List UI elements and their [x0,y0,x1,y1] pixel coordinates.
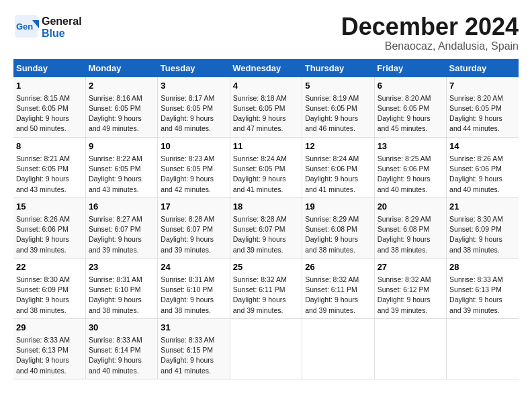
day-number: 24 [161,261,226,273]
day-cell: 26Sunrise: 8:32 AMSunset: 6:11 PMDayligh… [302,258,374,318]
week-row-4: 22Sunrise: 8:30 AMSunset: 6:09 PMDayligh… [13,258,519,318]
day-cell: 4Sunrise: 8:18 AMSunset: 6:05 PMDaylight… [230,77,302,138]
day-info: Sunrise: 8:32 AMSunset: 6:11 PMDaylight:… [233,275,299,316]
day-number: 20 [378,201,443,213]
day-cell: 12Sunrise: 8:24 AMSunset: 6:06 PMDayligh… [302,137,374,197]
calendar-table: SundayMondayTuesdayWednesdayThursdayFrid… [13,59,519,379]
day-cell: 10Sunrise: 8:23 AMSunset: 6:05 PMDayligh… [158,137,230,197]
day-number: 16 [89,201,154,213]
day-cell: 27Sunrise: 8:32 AMSunset: 6:12 PMDayligh… [374,258,446,318]
day-info: Sunrise: 8:16 AMSunset: 6:05 PMDaylight:… [89,93,154,134]
day-cell: 13Sunrise: 8:25 AMSunset: 6:06 PMDayligh… [374,137,446,197]
svg-text:Gen: Gen [16,21,33,32]
day-info: Sunrise: 8:31 AMSunset: 6:10 PMDaylight:… [161,275,226,316]
day-number: 11 [233,140,299,152]
day-cell: 15Sunrise: 8:26 AMSunset: 6:06 PMDayligh… [13,197,85,258]
calendar-title: December 2024 [341,13,519,40]
day-cell: 5Sunrise: 8:19 AMSunset: 6:05 PMDaylight… [302,77,374,138]
logo: Gen General Blue [13,13,82,42]
day-number: 18 [233,201,299,213]
day-cell: 30Sunrise: 8:33 AMSunset: 6:14 PMDayligh… [85,318,157,379]
day-info: Sunrise: 8:30 AMSunset: 6:09 PMDaylight:… [16,275,83,316]
day-number: 8 [16,140,83,152]
day-info: Sunrise: 8:27 AMSunset: 6:07 PMDaylight:… [89,214,154,255]
day-info: Sunrise: 8:32 AMSunset: 6:11 PMDaylight:… [305,275,371,316]
day-cell: 16Sunrise: 8:27 AMSunset: 6:07 PMDayligh… [85,197,157,258]
day-number: 15 [16,201,83,213]
day-cell: 2Sunrise: 8:16 AMSunset: 6:05 PMDaylight… [85,77,157,138]
day-info: Sunrise: 8:24 AMSunset: 6:06 PMDaylight:… [305,154,371,195]
day-info: Sunrise: 8:15 AMSunset: 6:05 PMDaylight:… [16,93,83,134]
day-info: Sunrise: 8:19 AMSunset: 6:05 PMDaylight:… [305,93,371,134]
day-number: 22 [16,261,83,273]
day-number: 23 [89,261,154,273]
day-cell: 23Sunrise: 8:31 AMSunset: 6:10 PMDayligh… [85,258,157,318]
day-cell: 8Sunrise: 8:21 AMSunset: 6:05 PMDaylight… [13,137,85,197]
day-info: Sunrise: 8:31 AMSunset: 6:10 PMDaylight:… [89,275,154,316]
weekday-header-sunday: Sunday [13,59,85,77]
day-info: Sunrise: 8:28 AMSunset: 6:07 PMDaylight:… [233,214,299,255]
day-number: 30 [89,322,154,334]
day-info: Sunrise: 8:25 AMSunset: 6:06 PMDaylight:… [378,154,443,195]
day-number: 9 [89,140,154,152]
day-cell: 31Sunrise: 8:33 AMSunset: 6:15 PMDayligh… [158,318,230,379]
calendar-subtitle: Benaocaz, Andalusia, Spain [341,40,519,52]
day-info: Sunrise: 8:17 AMSunset: 6:05 PMDaylight:… [161,93,226,134]
weekday-header-tuesday: Tuesday [158,59,230,77]
day-cell: 19Sunrise: 8:29 AMSunset: 6:08 PMDayligh… [302,197,374,258]
day-number: 12 [305,140,371,152]
day-number: 5 [305,80,371,92]
page-header: Gen General Blue December 2024 Benaocaz,… [13,13,519,52]
day-info: Sunrise: 8:18 AMSunset: 6:05 PMDaylight:… [233,93,299,134]
day-info: Sunrise: 8:29 AMSunset: 6:08 PMDaylight:… [378,214,443,255]
day-cell: 14Sunrise: 8:26 AMSunset: 6:06 PMDayligh… [447,137,519,197]
day-number: 3 [161,80,226,92]
day-number: 14 [449,140,516,152]
day-number: 10 [161,140,226,152]
day-cell: 28Sunrise: 8:33 AMSunset: 6:13 PMDayligh… [447,258,519,318]
day-cell [447,318,519,379]
weekday-header-friday: Friday [374,59,446,77]
day-info: Sunrise: 8:24 AMSunset: 6:05 PMDaylight:… [233,154,299,195]
day-info: Sunrise: 8:30 AMSunset: 6:09 PMDaylight:… [449,214,516,255]
day-cell: 29Sunrise: 8:33 AMSunset: 6:13 PMDayligh… [13,318,85,379]
day-number: 27 [378,261,443,273]
day-number: 21 [449,201,516,213]
week-row-3: 15Sunrise: 8:26 AMSunset: 6:06 PMDayligh… [13,197,519,258]
logo-line2: Blue [42,28,82,40]
day-number: 6 [378,80,443,92]
day-info: Sunrise: 8:20 AMSunset: 6:05 PMDaylight:… [378,93,443,134]
day-number: 31 [161,322,226,334]
day-info: Sunrise: 8:21 AMSunset: 6:05 PMDaylight:… [16,154,83,195]
day-cell: 9Sunrise: 8:22 AMSunset: 6:05 PMDaylight… [85,137,157,197]
logo-icon: Gen [13,13,39,39]
day-number: 1 [16,80,83,92]
title-block: December 2024 Benaocaz, Andalusia, Spain [341,13,519,52]
day-info: Sunrise: 8:26 AMSunset: 6:06 PMDaylight:… [449,154,516,195]
day-cell: 24Sunrise: 8:31 AMSunset: 6:10 PMDayligh… [158,258,230,318]
day-cell: 11Sunrise: 8:24 AMSunset: 6:05 PMDayligh… [230,137,302,197]
weekday-header-thursday: Thursday [302,59,374,77]
day-cell: 1Sunrise: 8:15 AMSunset: 6:05 PMDaylight… [13,77,85,138]
day-cell [230,318,302,379]
day-number: 25 [233,261,299,273]
day-number: 17 [161,201,226,213]
day-info: Sunrise: 8:23 AMSunset: 6:05 PMDaylight:… [161,154,226,195]
day-info: Sunrise: 8:33 AMSunset: 6:13 PMDaylight:… [449,275,516,316]
day-cell [302,318,374,379]
day-number: 7 [449,80,516,92]
day-cell: 3Sunrise: 8:17 AMSunset: 6:05 PMDaylight… [158,77,230,138]
week-row-5: 29Sunrise: 8:33 AMSunset: 6:13 PMDayligh… [13,318,519,379]
day-cell: 21Sunrise: 8:30 AMSunset: 6:09 PMDayligh… [447,197,519,258]
day-number: 26 [305,261,371,273]
day-number: 13 [378,140,443,152]
day-info: Sunrise: 8:20 AMSunset: 6:05 PMDaylight:… [449,93,516,134]
day-cell: 18Sunrise: 8:28 AMSunset: 6:07 PMDayligh… [230,197,302,258]
day-info: Sunrise: 8:32 AMSunset: 6:12 PMDaylight:… [378,275,443,316]
day-info: Sunrise: 8:33 AMSunset: 6:13 PMDaylight:… [16,335,83,376]
day-cell: 6Sunrise: 8:20 AMSunset: 6:05 PMDaylight… [374,77,446,138]
day-number: 4 [233,80,299,92]
day-cell: 22Sunrise: 8:30 AMSunset: 6:09 PMDayligh… [13,258,85,318]
day-number: 28 [449,261,516,273]
day-info: Sunrise: 8:33 AMSunset: 6:15 PMDaylight:… [161,335,226,376]
